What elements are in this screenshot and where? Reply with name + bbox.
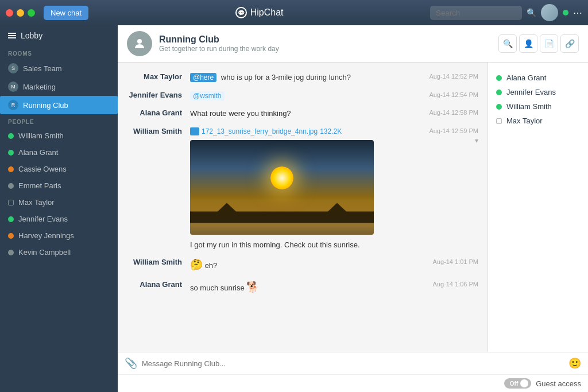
- filesize: 132.2K: [320, 126, 342, 137]
- sidebar-item-max-taylor[interactable]: Max Taylor: [0, 194, 118, 211]
- chat-image[interactable]: [190, 140, 374, 235]
- sidebar-item-alana-grant[interactable]: Alana Grant: [0, 144, 118, 161]
- hamburger-icon[interactable]: [8, 33, 16, 38]
- emoji-button[interactable]: 🙂: [568, 357, 581, 370]
- search-icon[interactable]: 🔍: [527, 8, 536, 17]
- message-text: who is up for a 3-mile jog during lunch?: [221, 73, 351, 81]
- guest-access-label: Guest access: [536, 379, 581, 388]
- mention-tag: @here: [190, 73, 216, 82]
- sidebar-item-label: Sales Team: [23, 64, 62, 73]
- message-body: @wsmith: [190, 90, 423, 102]
- message-text: so much sunrise: [190, 284, 246, 292]
- message-body: @here who is up for a 3-mile jog during …: [190, 72, 423, 83]
- sidebar-item-emmet-paris[interactable]: Emmet Paris: [0, 177, 118, 194]
- members-button[interactable]: 👤: [519, 34, 537, 53]
- member-item[interactable]: William Smith: [494, 99, 582, 114]
- member-status-online: [496, 104, 502, 110]
- message-time: Aug-14 1:06 PM: [433, 280, 479, 288]
- content-area: Running Club Get together to run during …: [118, 25, 588, 392]
- person-name: Cassie Owens: [18, 165, 67, 173]
- sidebar-item-marketing[interactable]: M Marketing: [0, 77, 118, 96]
- avatar[interactable]: [541, 4, 558, 21]
- room-info: Running Club Get together to run during …: [159, 34, 498, 53]
- close-window-button[interactable]: [6, 9, 13, 17]
- guest-bar: Off Guest access: [118, 374, 588, 392]
- sidebar-item-cassie-owens[interactable]: Cassie Owens: [0, 161, 118, 177]
- message-row: Jennifer Evans @wsmith Aug-14 12:54 PM: [118, 87, 488, 105]
- sidebar-item-harvey-jennings[interactable]: Harvey Jennings: [0, 227, 118, 244]
- input-bar: 📎 🙂: [118, 352, 588, 374]
- toggle-off-label: Off: [510, 381, 518, 387]
- guest-access-toggle[interactable]: Off: [504, 378, 531, 389]
- message-body: What route were you thinking?: [190, 108, 423, 119]
- toggle-circle: [520, 379, 528, 387]
- running-club-icon: R: [8, 100, 18, 110]
- message-sender: William Smith: [127, 257, 190, 266]
- member-name: Max Taylor: [506, 117, 543, 125]
- message-row: Alana Grant What route were you thinking…: [118, 104, 488, 123]
- message-sender: Max Taylor: [127, 72, 190, 81]
- sidebar-item-kevin-campbell[interactable]: Kevin Campbell: [0, 244, 118, 261]
- sidebar-item-sales-team[interactable]: S Sales Team: [0, 59, 118, 77]
- message-sender: Alana Grant: [127, 280, 190, 289]
- sidebar-item-jennifer-evans[interactable]: Jennifer Evans: [0, 211, 118, 227]
- sales-team-icon: S: [8, 63, 18, 73]
- message-time: Aug-14 12:58 PM: [429, 108, 478, 116]
- message-body: 🤔 eh?: [190, 257, 427, 273]
- room-description: Get together to run during the work day: [159, 45, 498, 53]
- sidebar: Lobby ROOMS S Sales Team M Marketing R R…: [0, 25, 118, 392]
- attach-button[interactable]: 📎: [125, 357, 137, 370]
- at-mention-tag: @wsmith: [190, 91, 225, 100]
- sidebar-item-william-smith[interactable]: William Smith: [0, 127, 118, 144]
- status-away-icon: [8, 233, 14, 239]
- message-body: so much sunrise 🐕: [190, 280, 427, 295]
- messages-list: Max Taylor @here who is up for a 3-mile …: [118, 63, 488, 352]
- messages-area: Max Taylor @here who is up for a 3-mile …: [118, 63, 588, 352]
- more-options-icon[interactable]: ⋯: [573, 7, 582, 18]
- app-title: 💬 HipChat: [88, 7, 430, 18]
- status-offline-icon: [8, 183, 14, 189]
- person-name: Emmet Paris: [18, 181, 61, 190]
- sidebar-lobby[interactable]: Lobby: [0, 25, 118, 46]
- message-input[interactable]: [142, 359, 564, 368]
- emoji-icon: 🤔: [190, 259, 203, 270]
- titlebar-right: 🔍 ⋯: [430, 4, 582, 21]
- room-actions: 🔍 👤 📄 🔗: [498, 34, 579, 53]
- status-online-icon: [8, 133, 14, 139]
- member-status-online: [496, 90, 502, 95]
- search-messages-button[interactable]: 🔍: [498, 34, 517, 53]
- message-row: Max Taylor @here who is up for a 3-mile …: [118, 68, 488, 87]
- person-name: William Smith: [18, 131, 64, 140]
- message-row: Alana Grant so much sunrise 🐕 Aug-14 1:0…: [118, 276, 488, 298]
- status-online-icon: [8, 216, 14, 222]
- new-chat-button[interactable]: New chat: [44, 6, 88, 20]
- search-input[interactable]: [430, 6, 522, 20]
- room-header: Running Club Get together to run during …: [118, 25, 588, 63]
- filename: 172_13_sunrise_ferry_bridge_4nn.jpg: [202, 126, 318, 137]
- person-name: Harvey Jennings: [18, 231, 74, 240]
- message-time: Aug-14 12:54 PM: [429, 90, 478, 98]
- member-item[interactable]: Max Taylor: [494, 114, 582, 128]
- member-item[interactable]: Alana Grant: [494, 71, 582, 85]
- person-name: Alana Grant: [18, 148, 58, 157]
- main-layout: Lobby ROOMS S Sales Team M Marketing R R…: [0, 25, 588, 392]
- fullscreen-window-button[interactable]: [28, 9, 35, 17]
- file-icon: [190, 127, 199, 135]
- members-panel: Alana Grant Jennifer Evans William Smith…: [488, 63, 588, 352]
- room-avatar: [127, 31, 152, 56]
- titlebar: New chat 💬 HipChat 🔍 ⋯: [0, 0, 588, 25]
- sun-graphic: [270, 166, 293, 189]
- sidebar-item-running-club[interactable]: R Running Club: [0, 96, 118, 114]
- member-item[interactable]: Jennifer Evans: [494, 85, 582, 99]
- files-button[interactable]: 📄: [540, 34, 558, 53]
- minimize-window-button[interactable]: [17, 9, 24, 17]
- link-button[interactable]: 🔗: [560, 34, 579, 53]
- file-attachment-link[interactable]: 172_13_sunrise_ferry_bridge_4nn.jpg 132.…: [190, 126, 423, 137]
- room-name: Running Club: [159, 34, 498, 45]
- member-name: William Smith: [506, 102, 552, 111]
- marketing-icon: M: [8, 81, 18, 92]
- status-online-icon: [8, 150, 14, 156]
- expand-button[interactable]: ▾: [475, 137, 478, 145]
- message-sender: William Smith: [127, 126, 190, 135]
- svg-point-0: [137, 39, 142, 44]
